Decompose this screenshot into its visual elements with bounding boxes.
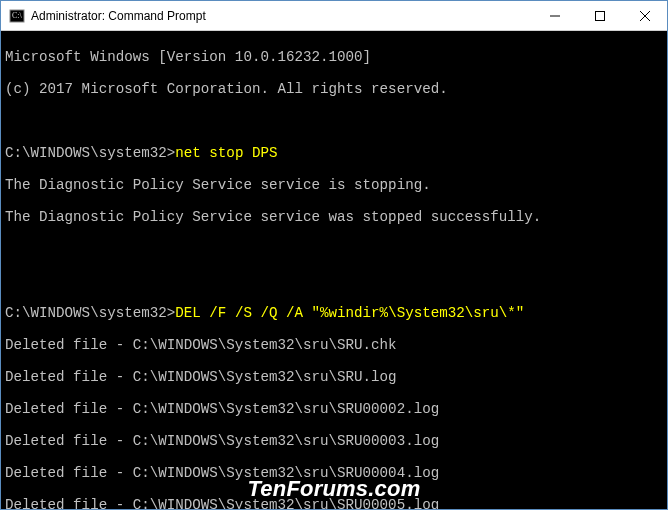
- header-line: Microsoft Windows [Version 10.0.16232.10…: [5, 49, 663, 65]
- close-icon: [640, 11, 650, 21]
- window-controls: [532, 1, 667, 30]
- command-2: DEL /F /S /Q /A "%windir%\System32\sru\*…: [175, 305, 524, 321]
- output-line: The Diagnostic Policy Service service wa…: [5, 209, 663, 225]
- window-title: Administrator: Command Prompt: [31, 9, 532, 23]
- output-line: The Diagnostic Policy Service service is…: [5, 177, 663, 193]
- cmd-window: C:\ Administrator: Command Prompt Micros…: [0, 0, 668, 510]
- maximize-button[interactable]: [577, 1, 622, 30]
- titlebar[interactable]: C:\ Administrator: Command Prompt: [1, 1, 667, 31]
- copyright-line: (c) 2017 Microsoft Corporation. All righ…: [5, 81, 663, 97]
- watermark-text: TenForums.com: [248, 481, 421, 497]
- blank-line: [5, 273, 663, 289]
- minimize-icon: [550, 11, 560, 21]
- svg-text:C:\: C:\: [12, 11, 23, 20]
- cmd-line-2: C:\WINDOWS\system32>DEL /F /S /Q /A "%wi…: [5, 305, 663, 321]
- cmd-line-1: C:\WINDOWS\system32>net stop DPS: [5, 145, 663, 161]
- deleted-line: Deleted file - C:\WINDOWS\System32\sru\S…: [5, 401, 663, 417]
- blank-line: [5, 241, 663, 257]
- deleted-line: Deleted file - C:\WINDOWS\System32\sru\S…: [5, 497, 663, 509]
- close-button[interactable]: [622, 1, 667, 30]
- deleted-line: Deleted file - C:\WINDOWS\System32\sru\S…: [5, 337, 663, 353]
- maximize-icon: [595, 11, 605, 21]
- prompt: C:\WINDOWS\system32>: [5, 145, 175, 161]
- terminal-area[interactable]: Microsoft Windows [Version 10.0.16232.10…: [1, 31, 667, 509]
- minimize-button[interactable]: [532, 1, 577, 30]
- command-1: net stop DPS: [175, 145, 277, 161]
- prompt: C:\WINDOWS\system32>: [5, 305, 175, 321]
- deleted-line: Deleted file - C:\WINDOWS\System32\sru\S…: [5, 433, 663, 449]
- svg-rect-3: [595, 11, 604, 20]
- blank-line: [5, 113, 663, 129]
- app-icon: C:\: [9, 8, 25, 24]
- deleted-line: Deleted file - C:\WINDOWS\System32\sru\S…: [5, 465, 663, 481]
- deleted-line: Deleted file - C:\WINDOWS\System32\sru\S…: [5, 369, 663, 385]
